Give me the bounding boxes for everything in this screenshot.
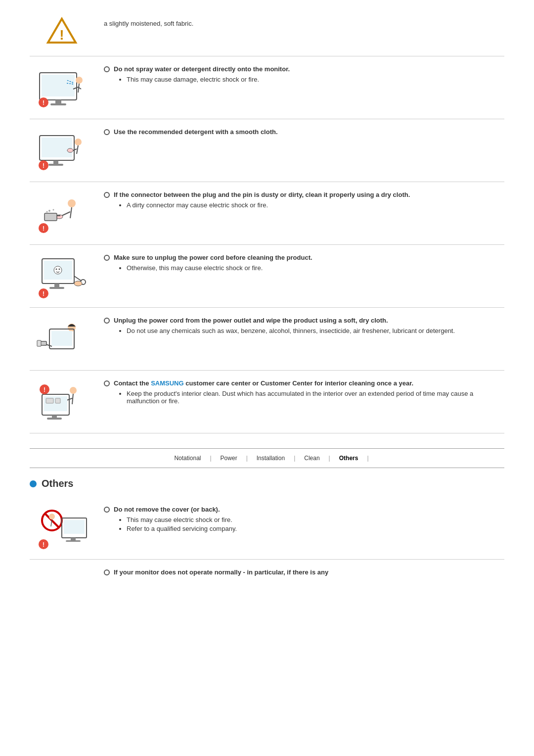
section-6-bullets: Keep the product's interior clean. Dust … [127,390,504,405]
svg-point-21 [67,148,73,152]
section-4-bullet-1: Otherwise, this may cause electric shock… [127,264,504,272]
svg-text:!: ! [43,290,44,297]
section-6-suffix: customer care center or Customer Center … [184,379,414,387]
others-title: Others [42,478,73,489]
ring-bullet-o1 [104,507,110,513]
section-3-icon: ! [30,191,99,236]
others-row-2: If your monitor does not operate normall… [30,560,504,588]
samsung-word: SAMSUNG [151,379,183,387]
svg-rect-40 [54,284,59,287]
others-1-icon: ! [30,506,99,550]
svg-point-31 [53,209,54,211]
ring-bullet-2 [104,129,110,135]
svg-rect-17 [48,164,63,166]
svg-line-19 [77,145,78,154]
others-row-1: ! Do not remove the cover (or back). Thi… [30,497,504,560]
section-4-icon: ! [30,254,99,298]
section-6-text: Contact the SAMSUNG customer care center… [114,379,413,387]
warning-icon-col: ! [30,15,99,47]
svg-text:!: ! [59,27,64,43]
svg-rect-28 [44,213,57,221]
section-row-6: ! Contact the SAMSUNG customer care cent… [30,371,504,433]
others-1-text: Do not remove the cover (or back). [114,506,220,513]
section-3-bullet-1: A dirty connector may cause electric sho… [127,201,504,209]
svg-point-6 [76,77,83,84]
svg-point-37 [54,266,62,274]
section-2-text: Use the recommended detergent with a smo… [114,128,278,136]
others-header-bullet [30,480,37,487]
section-row-5: Unplug the power cord from the power out… [30,308,504,371]
section-3-main: If the connector between the plug and th… [104,191,504,198]
section-1-main: Do not spray water or detergent directly… [104,65,504,73]
ring-bullet-6 [104,380,110,386]
svg-point-38 [56,269,57,270]
section-6-icon: ! [30,379,99,424]
nav-others[interactable]: Others [330,455,367,462]
section-2-main: Use the recommended detergent with a smo… [104,128,504,136]
unplug-clean-icon: ! [35,254,89,298]
svg-line-26 [62,212,70,216]
svg-rect-16 [53,160,58,164]
section-row-4: ! Make sure to unplug the power cord bef… [30,245,504,308]
svg-rect-3 [42,75,75,96]
svg-rect-41 [49,287,64,289]
section-3-content: If the connector between the plug and th… [99,191,504,210]
nav-installation[interactable]: Installation [248,455,294,462]
ring-bullet-5 [104,318,110,324]
section-4-main: Make sure to unplug the power cord befor… [104,254,504,261]
svg-rect-62 [55,398,60,403]
spray-monitor-icon: ! [35,65,89,110]
others-2-text: If your monitor does not operate normall… [114,568,328,576]
nav-sep-5: | [367,455,368,462]
svg-rect-55 [51,331,72,346]
svg-text:!: ! [43,162,44,169]
ring-bullet-o2 [104,569,110,575]
others-2-content: If your monitor does not operate normall… [99,568,504,579]
others-1-content: Do not remove the cover (or back). This … [99,506,504,534]
no-cover-remove-icon: ! [35,506,89,550]
section-1-text: Do not spray water or detergent directly… [114,65,290,73]
section-1-bullets: This may cause damage, electric shock or… [127,76,504,83]
section-6-prefix: Contact the [114,379,151,387]
section-row-1: ! Do not spray water or detergent direct… [30,56,504,119]
svg-rect-4 [55,100,61,104]
section-1-icon: ! [30,65,99,110]
section-5-text: Unplug the power cord from the power out… [114,317,388,324]
section-5-bullet-1: Do not use any chemicals such as wax, be… [127,327,504,334]
nav-bar: Notational | Power | Installation | Clea… [30,448,504,468]
svg-point-18 [75,139,82,145]
nav-notational[interactable]: Notational [165,455,210,462]
svg-rect-72 [64,520,85,534]
first-row: ! a slightly moistened, soft fabric. [30,10,504,56]
section-1-bullet-1: This may cause damage, electric shock or… [127,76,504,83]
svg-text:!: ! [43,225,44,232]
section-5-icon [30,317,99,361]
ring-bullet-1 [104,66,110,72]
section-6-content: Contact the SAMSUNG customer care center… [99,379,504,406]
section-row-2: ! Use the recommended detergent with a s… [30,119,504,182]
section-3-text: If the connector between the plug and th… [114,191,410,198]
section-5-bullets: Do not use any chemicals such as wax, be… [127,327,504,334]
svg-point-56 [70,387,77,394]
page-container: ! a slightly moistened, soft fabric. [0,0,534,598]
others-1-bullet-1: This may cause electric shock or fire. [127,516,504,523]
others-1-bullet-2: Refer to a qualified servicing company. [127,525,504,532]
svg-rect-5 [50,103,66,105]
others-1-main: Do not remove the cover (or back). [104,506,504,513]
section-6-main: Contact the SAMSUNG customer care center… [104,379,504,387]
first-row-text: a slightly moistened, soft fabric. [104,20,193,27]
svg-line-42 [74,276,82,281]
section-4-text: Make sure to unplug the power cord befor… [114,254,312,261]
svg-point-24 [68,199,76,207]
nav-power[interactable]: Power [212,455,246,462]
svg-rect-53 [37,340,41,346]
section-4-bullets: Otherwise, this may cause electric shock… [127,264,504,272]
wipe-product-icon [35,317,89,361]
others-1-bullets: This may cause electric shock or fire. R… [127,516,504,532]
svg-rect-52 [41,341,46,345]
svg-rect-61 [46,398,53,403]
svg-point-30 [48,210,50,212]
section-4-content: Make sure to unplug the power cord befor… [99,254,504,273]
nav-clean[interactable]: Clean [295,455,328,462]
section-5-content: Unplug the power cord from the power out… [99,317,504,336]
